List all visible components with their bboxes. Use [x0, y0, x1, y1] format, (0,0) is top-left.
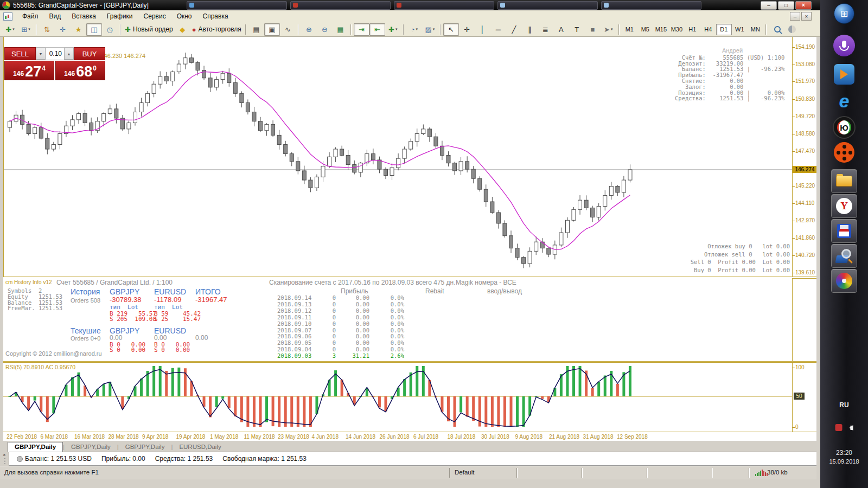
tile-windows-button[interactable]: ▦	[333, 23, 348, 36]
minimize-button[interactable]: –	[761, 1, 777, 10]
taskbar-window-button-4[interactable]	[497, 1, 598, 10]
timeframe-h1-button[interactable]: H1	[685, 24, 700, 35]
timeframe-h4-button[interactable]: H4	[700, 24, 716, 35]
zoom-in-button[interactable]: ⊕	[301, 23, 317, 36]
terminal-close-icon[interactable]: ×	[3, 453, 5, 457]
refresh-icon[interactable]	[788, 25, 796, 33]
navigator-button[interactable]: ★	[71, 23, 86, 36]
sell-button[interactable]: SELL	[4, 47, 36, 60]
rsi-scale-100: 100	[795, 364, 805, 370]
search-icon[interactable]	[774, 26, 781, 33]
volume-input[interactable]: 0.10	[46, 48, 64, 60]
timeframe-w1-button[interactable]: W1	[732, 24, 748, 35]
arrows-button[interactable]: ➤▾	[601, 23, 616, 36]
internet-explorer-icon[interactable]: e	[833, 90, 855, 112]
language-indicator[interactable]: RU	[820, 401, 868, 409]
indicators-button[interactable]: ✚▾	[385, 23, 401, 36]
chart-tab-4[interactable]: EURUSD,Daily	[173, 442, 227, 452]
current-price-badge: 146.274	[793, 166, 817, 173]
film-reel-icon[interactable]	[834, 142, 854, 163]
chart-tab-1[interactable]: GBPJPY,Daily	[8, 442, 63, 452]
mdi-window-controls: – ×	[790, 12, 812, 21]
maximize-button[interactable]: □	[778, 1, 794, 10]
menu-item-сервис[interactable]: Сервис	[138, 11, 171, 22]
start-button[interactable]: ⊞	[834, 3, 854, 24]
history-total-eurusd: -1178.09	[154, 296, 181, 304]
new-order-button[interactable]: ✚Новый ордер	[123, 23, 175, 36]
chart-tabs-bar: GBPJPY,Daily|GBPJPY,Daily|GBPJPY,Daily|E…	[0, 441, 828, 452]
auto-trading-button[interactable]: ●Авто-торговля	[190, 23, 243, 36]
daily-header-profit: Прибыль	[341, 287, 368, 295]
color-wheel-button[interactable]	[831, 269, 857, 293]
shapes-button[interactable]: ■	[585, 23, 601, 36]
tray-red-icon[interactable]	[835, 424, 843, 431]
menu-item-вид[interactable]: Вид	[44, 11, 67, 22]
chart-tab-3[interactable]: GBPJPY,Daily	[119, 442, 171, 452]
timeframe-m1-button[interactable]: M1	[622, 24, 637, 35]
cursor-button[interactable]: ↖	[443, 23, 459, 36]
close-button[interactable]: ×	[795, 1, 812, 10]
media-player-icon[interactable]	[834, 64, 854, 85]
candlestick-mode-button[interactable]: ▣	[264, 23, 280, 36]
text-button[interactable]: A	[553, 23, 569, 36]
sell-price[interactable]: 146 27 4	[4, 61, 54, 80]
yandex-browser-button[interactable]: Y	[831, 194, 857, 218]
save-shortcut-button[interactable]	[831, 219, 857, 243]
volume-up-button[interactable]: ▲	[64, 48, 74, 60]
bar-chart-mode-button[interactable]: ▤	[248, 23, 264, 36]
clock-time[interactable]: 23:20	[820, 449, 868, 457]
strategy-tester-button[interactable]: ◷	[102, 23, 118, 36]
market-watch-button[interactable]: ⇅	[39, 23, 55, 36]
profiles-button[interactable]: ⊞▾	[18, 23, 34, 36]
line-chart-mode-button[interactable]: ∿	[280, 23, 296, 36]
menu-item-вставка[interactable]: Вставка	[66, 11, 101, 22]
yu-app-icon[interactable]: Ю	[833, 116, 856, 139]
mdi-minimize-button[interactable]: –	[790, 12, 800, 21]
menu-item-справка[interactable]: Справка	[197, 11, 234, 22]
taskbar-window-button-5[interactable]	[601, 1, 701, 10]
menu-item-файл[interactable]: Файл	[17, 11, 44, 22]
data-window-button[interactable]: ✛	[55, 23, 71, 36]
timeframe-d1-button[interactable]: D1	[716, 24, 732, 35]
periods-button[interactable]: ◔▾	[406, 23, 422, 36]
menu-item-графики[interactable]: Графики	[101, 11, 138, 22]
buy-button[interactable]: BUY	[74, 47, 105, 60]
auto-scroll-button[interactable]: ⇥	[354, 23, 369, 36]
date-label: 9 Aug 2018	[515, 434, 543, 440]
taskbar-window-button-2[interactable]	[290, 1, 391, 10]
timeframe-m30-button[interactable]: M30	[669, 24, 685, 35]
mdi-close-button[interactable]: ×	[801, 12, 812, 21]
taskbar-window-button-3[interactable]	[394, 1, 494, 10]
search-book-button[interactable]	[831, 244, 857, 268]
equidistant-channel-button[interactable]: ∥	[522, 23, 538, 36]
rsi-ac-chart[interactable]	[3, 363, 792, 432]
buy-price[interactable]: 146 68 0	[55, 61, 105, 80]
menu-item-окно[interactable]: Окно	[171, 11, 197, 22]
text-label-button[interactable]: T	[569, 23, 585, 36]
zoom-out-button[interactable]: ⊖	[317, 23, 333, 36]
terminal-grip[interactable]	[4, 458, 5, 465]
search-book-icon	[836, 249, 852, 263]
status-profile[interactable]: Default	[455, 469, 474, 476]
timeframe-mn-button[interactable]: MN	[748, 24, 763, 35]
new-chart-button[interactable]: ✚▾	[2, 23, 18, 36]
fibonacci-button[interactable]: ≣	[538, 23, 553, 36]
folder-shortcut-button[interactable]	[831, 169, 857, 193]
metaeditor-button[interactable]: ◆	[175, 23, 190, 36]
timeframe-m5-button[interactable]: M5	[637, 24, 653, 35]
chart-shift-button[interactable]: ⇤	[369, 23, 385, 36]
trendline-button[interactable]: ╱	[506, 23, 522, 36]
microphone-app-icon[interactable]	[833, 35, 855, 56]
vertical-line-button[interactable]: │	[475, 23, 490, 36]
history-orders-count: Orders 508	[71, 297, 100, 304]
chart-tab-2[interactable]: GBPJPY,Daily	[65, 442, 117, 452]
taskbar-window-button-1[interactable]	[187, 1, 287, 10]
speaker-icon[interactable]	[847, 425, 853, 431]
volume-down-button[interactable]: ▼	[36, 48, 46, 60]
templates-button[interactable]: ▨▾	[422, 23, 438, 36]
timeframe-m15-button[interactable]: M15	[653, 24, 669, 35]
terminal-button[interactable]: ◫	[86, 23, 102, 36]
clock-date[interactable]: 15.09.2018	[820, 458, 868, 465]
horizontal-line-button[interactable]: ─	[490, 23, 506, 36]
crosshair-button[interactable]: ✛	[459, 23, 475, 36]
